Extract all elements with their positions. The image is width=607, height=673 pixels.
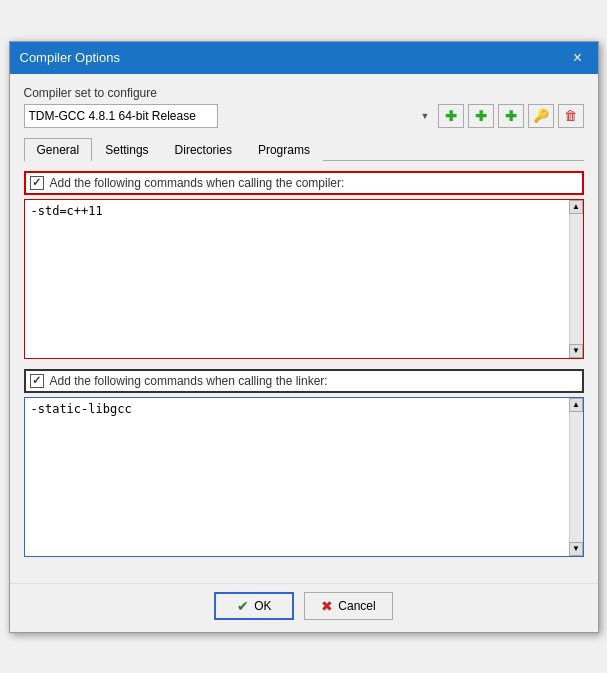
linker-checkbox[interactable] bbox=[30, 374, 44, 388]
compiler-select-wrapper[interactable]: TDM-GCC 4.8.1 64-bit Release bbox=[24, 104, 434, 128]
compiler-text-area-wrapper: -std=c++11 ▲ ▼ bbox=[24, 199, 584, 359]
linker-section-header: Add the following commands when calling … bbox=[24, 369, 584, 393]
tab-programs[interactable]: Programs bbox=[245, 138, 323, 161]
linker-scroll-track bbox=[570, 412, 583, 542]
scroll-down-arrow[interactable]: ▼ bbox=[569, 344, 583, 358]
dialog-title: Compiler Options bbox=[20, 50, 120, 65]
key-icon: 🔑 bbox=[533, 108, 549, 123]
ok-icon: ✔ bbox=[237, 598, 249, 614]
toolbar-btn-key[interactable]: 🔑 bbox=[528, 104, 554, 128]
title-bar: Compiler Options × bbox=[10, 42, 598, 74]
compiler-options-dialog: Compiler Options × Compiler set to confi… bbox=[9, 41, 599, 633]
linker-scrollbar[interactable]: ▲ ▼ bbox=[569, 398, 583, 556]
add-green-icon-3: ✚ bbox=[505, 108, 517, 124]
linker-section-label: Add the following commands when calling … bbox=[50, 374, 328, 388]
cancel-button[interactable]: ✖ Cancel bbox=[304, 592, 392, 620]
trash-icon: 🗑 bbox=[564, 108, 577, 123]
compiler-text-area[interactable]: -std=c++11 bbox=[25, 200, 569, 358]
tab-general[interactable]: General bbox=[24, 138, 93, 161]
linker-section: Add the following commands when calling … bbox=[24, 369, 584, 557]
compiler-scrollbar[interactable]: ▲ ▼ bbox=[569, 200, 583, 358]
cancel-icon: ✖ bbox=[321, 598, 333, 614]
toolbar-btn-2[interactable]: ✚ bbox=[468, 104, 494, 128]
compiler-select[interactable]: TDM-GCC 4.8.1 64-bit Release bbox=[24, 104, 218, 128]
linker-text-area-wrapper: -static-libgcc ▲ ▼ bbox=[24, 397, 584, 557]
toolbar-btn-3[interactable]: ✚ bbox=[498, 104, 524, 128]
scroll-up-arrow[interactable]: ▲ bbox=[569, 200, 583, 214]
compiler-section-header: Add the following commands when calling … bbox=[24, 171, 584, 195]
compiler-section-label: Add the following commands when calling … bbox=[50, 176, 345, 190]
tab-directories[interactable]: Directories bbox=[162, 138, 245, 161]
toolbar-btn-trash[interactable]: 🗑 bbox=[558, 104, 584, 128]
add-green-icon-1: ✚ bbox=[445, 108, 457, 124]
linker-scroll-down-arrow[interactable]: ▼ bbox=[569, 542, 583, 556]
linker-text-area[interactable]: -static-libgcc bbox=[25, 398, 569, 556]
dialog-footer: ✔ OK ✖ Cancel bbox=[10, 583, 598, 632]
compiler-checkbox[interactable] bbox=[30, 176, 44, 190]
scroll-track bbox=[570, 214, 583, 344]
cancel-label: Cancel bbox=[338, 599, 375, 613]
compiler-section: Add the following commands when calling … bbox=[24, 171, 584, 359]
tab-settings[interactable]: Settings bbox=[92, 138, 161, 161]
linker-scroll-up-arrow[interactable]: ▲ bbox=[569, 398, 583, 412]
compiler-set-label: Compiler set to configure bbox=[24, 86, 584, 100]
compiler-row: TDM-GCC 4.8.1 64-bit Release ✚ ✚ ✚ 🔑 🗑 bbox=[24, 104, 584, 128]
ok-button[interactable]: ✔ OK bbox=[214, 592, 294, 620]
ok-label: OK bbox=[254, 599, 271, 613]
dialog-body: Compiler set to configure TDM-GCC 4.8.1 … bbox=[10, 74, 598, 577]
tabs-container: General Settings Directories Programs bbox=[24, 138, 584, 161]
toolbar-btn-1[interactable]: ✚ bbox=[438, 104, 464, 128]
add-green-icon-2: ✚ bbox=[475, 108, 487, 124]
close-button[interactable]: × bbox=[568, 48, 588, 68]
